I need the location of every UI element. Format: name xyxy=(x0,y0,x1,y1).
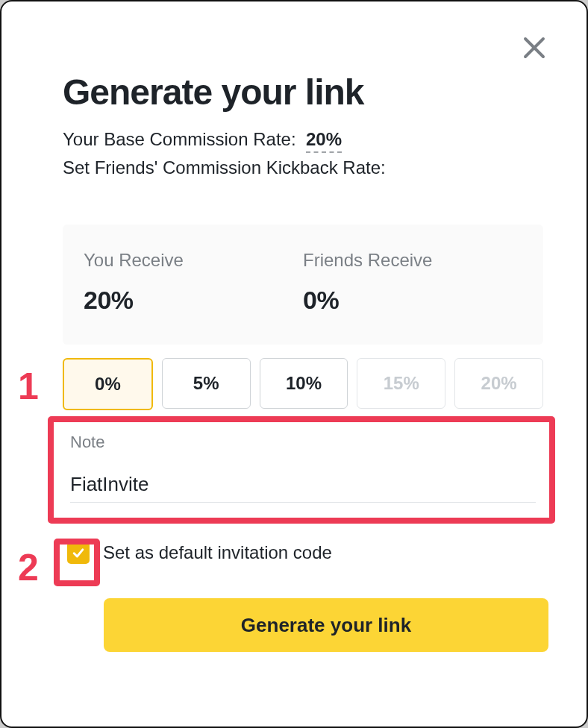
default-checkbox-label: Set as default invitation code xyxy=(103,542,332,563)
close-button[interactable] xyxy=(521,34,548,61)
friends-receive-value: 0% xyxy=(303,286,522,315)
kickback-options: 0% 5% 10% 15% 20% xyxy=(63,358,543,410)
friends-kickback-label: Set Friends' Commission Kickback Rate: xyxy=(63,157,543,178)
modal-title: Generate your link xyxy=(63,72,543,113)
you-receive-value: 20% xyxy=(84,286,303,315)
generate-link-button[interactable]: Generate your link xyxy=(104,598,548,652)
you-receive-label: You Receive xyxy=(84,250,303,271)
kickback-option-15: 15% xyxy=(357,358,445,409)
you-receive-col: You Receive 20% xyxy=(84,250,303,315)
note-label: Note xyxy=(70,433,536,452)
friends-receive-label: Friends Receive xyxy=(303,250,522,271)
kickback-option-0[interactable]: 0% xyxy=(63,358,153,410)
kickback-option-10[interactable]: 10% xyxy=(260,358,348,409)
close-icon xyxy=(521,34,548,61)
check-icon xyxy=(71,545,86,560)
base-commission-line: Your Base Commission Rate: 20% xyxy=(63,129,543,153)
default-code-row: Set as default invitation code xyxy=(67,542,543,564)
kickback-option-20: 20% xyxy=(454,358,543,409)
annotation-marker-1: 1 xyxy=(18,365,39,408)
rate-summary-box: You Receive 20% Friends Receive 0% xyxy=(63,225,543,345)
friends-receive-col: Friends Receive 0% xyxy=(303,250,522,315)
kickback-option-5[interactable]: 5% xyxy=(162,358,251,409)
note-section: Note xyxy=(63,416,543,515)
annotation-marker-2: 2 xyxy=(18,546,39,589)
base-commission-label: Your Base Commission Rate: xyxy=(63,129,296,149)
base-commission-value: 20% xyxy=(306,129,342,153)
default-checkbox[interactable] xyxy=(67,542,90,564)
note-input[interactable] xyxy=(70,473,536,503)
generate-link-modal: Generate your link Your Base Commission … xyxy=(0,0,588,728)
